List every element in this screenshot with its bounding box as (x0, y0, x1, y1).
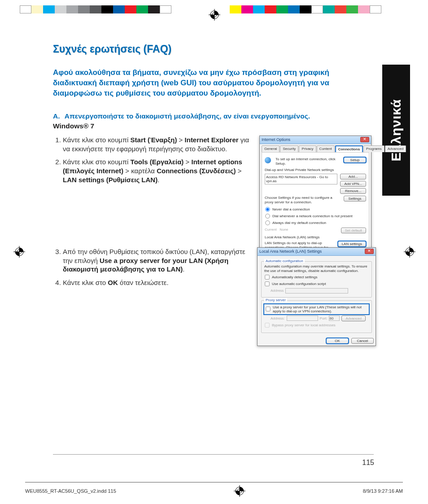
dialog-body: To set up an Internet connection, click … (262, 152, 369, 257)
dialog-tabs: General Security Privacy Content Connect… (260, 144, 371, 152)
slug-timestamp: 8/9/13 9:27:16 AM (363, 488, 403, 494)
registration-mark-icon (234, 485, 245, 497)
tab-programs[interactable]: Programs (363, 145, 384, 152)
slug-filename: WEU8555_RT-AC56U_QSG_v2.indd 115 (25, 488, 116, 494)
cancel-button[interactable]: Cancel (351, 338, 374, 344)
list-item: Κάντε κλικ στο κουμπί Tools (Εργαλεία) >… (63, 158, 255, 184)
lan-settings-button[interactable]: LAN settings (338, 241, 366, 247)
dialog-title: Local Area Network (LAN) Settings (259, 249, 322, 254)
add-vpn-button[interactable]: Add VPN... (340, 181, 366, 187)
close-icon[interactable] (365, 249, 374, 254)
auto-script-address-input (285, 288, 348, 294)
step-a-text: Απενεργοποιήστε το διακομιστή μεσολάβηση… (65, 112, 310, 120)
registration-mark-icon (404, 246, 415, 258)
tab-connections[interactable]: Connections (335, 145, 363, 152)
remove-button[interactable]: Remove... (340, 188, 366, 194)
color-bar-right (230, 5, 381, 13)
internet-options-dialog: Internet Options General Security Privac… (259, 136, 371, 261)
setup-button[interactable]: Setup (344, 157, 366, 163)
advanced-button: Advanced (341, 316, 366, 321)
instruction-list-1: Κάντε κλικ στο κουμπί Start (Έναρξη) > I… (53, 136, 255, 184)
step-a-heading: A. Απενεργοποιήστε το διακομιστή μεσολάβ… (53, 112, 374, 120)
step-a-label: A. (53, 112, 63, 120)
tab-security[interactable]: Security (280, 145, 298, 152)
connections-listbox[interactable]: Access RD Network Resources - Go to vpn.… (265, 174, 337, 184)
lan-settings-label: Local Area Network (LAN) settings (265, 235, 366, 239)
add-button[interactable]: Add... (340, 174, 366, 180)
registration-mark-icon (13, 246, 25, 258)
list-item: Κάντε κλικ στο OK όταν τελειώσετε. (63, 278, 255, 287)
os-heading: Windows® 7 (53, 122, 374, 130)
tab-content[interactable]: Content (317, 145, 335, 152)
lan-settings-dialog: Local Area Network (LAN) Settings Automa… (257, 247, 376, 346)
proxy-port-input (329, 316, 340, 321)
radio-dial-whenever[interactable]: Dial whenever a network connection is no… (265, 213, 366, 219)
set-default-button: Set default (341, 228, 366, 233)
setup-text: To set up an Internet connection, click … (275, 157, 341, 166)
globe-icon (265, 157, 271, 163)
language-tab: Ελληνικά (382, 65, 410, 196)
auto-script-checkbox[interactable]: Use automatic configuration script (264, 281, 369, 287)
dialup-vpn-label: Dial-up and Virtual Private Network sett… (265, 168, 366, 172)
section-2: Από την οθόνη Ρυθμίσεις τοπικού δικτύου … (53, 247, 374, 287)
close-icon[interactable] (360, 137, 369, 142)
registration-mark-icon (209, 9, 220, 21)
dialog-title: Internet Options (262, 137, 290, 142)
proxy-group: Proxy server Use a proxy server for your… (261, 300, 372, 333)
proxy-address-input (287, 316, 318, 321)
color-bar-left (20, 5, 171, 13)
list-item: Κάντε κλικ στο κουμπί Start (Έναρξη) > I… (63, 136, 255, 153)
footer-rule (53, 454, 374, 455)
radio-always-dial[interactable]: Always dial my default connection (265, 220, 366, 226)
radio-never-dial[interactable]: Never dial a connection (265, 206, 366, 212)
tab-privacy[interactable]: Privacy (299, 145, 316, 152)
auto-config-text: Automatic configuration may override man… (264, 264, 369, 273)
page-title: Συχνές ερωτήσεις (FAQ) (53, 43, 374, 55)
tab-general[interactable]: General (262, 145, 280, 152)
dialog-titlebar: Internet Options (260, 136, 371, 144)
choose-settings-text: Choose Settings if you need to configure… (265, 196, 341, 205)
ok-button[interactable]: OK (326, 338, 349, 344)
intro-paragraph: Αφού ακολούθησα τα βήματα, συνεχίζω να μ… (53, 68, 367, 99)
tab-advanced[interactable]: Advanced (385, 145, 406, 152)
auto-config-group: Automatic configuration Automatic config… (261, 261, 372, 298)
page-content: Συχνές ερωτήσεις (FAQ) Αφού ακολούθησα τ… (53, 43, 374, 474)
instruction-list-2: Από την οθόνη Ρυθμίσεις τοπικού δικτύου … (53, 247, 255, 287)
list-item: Από την οθόνη Ρυθμίσεις τοπικού δικτύου … (63, 247, 255, 274)
section-1: Κάντε κλικ στο κουμπί Start (Έναρξη) > I… (53, 136, 374, 184)
auto-detect-checkbox[interactable]: Automatically detect settings (264, 274, 369, 280)
settings-button[interactable]: Settings (344, 196, 366, 202)
dialog-titlebar: Local Area Network (LAN) Settings (258, 248, 376, 256)
page-number: 115 (362, 459, 374, 467)
use-proxy-checkbox[interactable]: Use a proxy server for your LAN (These s… (264, 304, 369, 314)
bypass-proxy-checkbox: Bypass proxy server for local addresses (264, 322, 369, 328)
slug-line: WEU8555_RT-AC56U_QSG_v2.indd 115 8/9/13 … (25, 482, 403, 497)
